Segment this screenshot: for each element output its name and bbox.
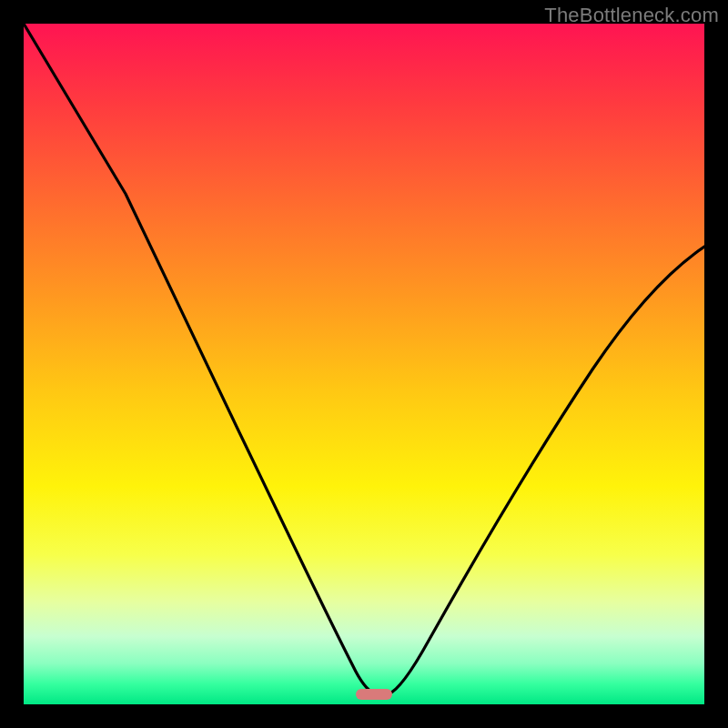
curve-path: [24, 24, 704, 694]
plot-area: [24, 24, 704, 704]
bottleneck-curve: [24, 24, 704, 704]
optimal-marker: [356, 689, 392, 700]
watermark-text: TheBottleneck.com: [544, 4, 719, 27]
chart-frame: TheBottleneck.com: [0, 0, 728, 728]
